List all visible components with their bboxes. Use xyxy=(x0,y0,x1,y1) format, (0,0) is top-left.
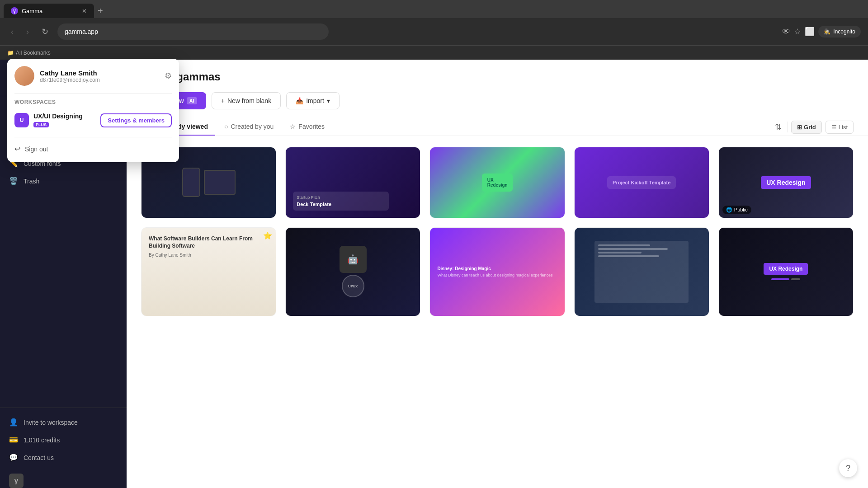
tab-close-button[interactable]: ✕ xyxy=(82,8,87,14)
address-bar[interactable]: gamma.app xyxy=(57,23,329,40)
import-button[interactable]: 📥 Import ▾ xyxy=(286,92,340,109)
public-text: Public xyxy=(734,207,748,212)
settings-gear-button[interactable]: ⚙ xyxy=(165,71,172,81)
star-outline-icon: ☆ xyxy=(290,123,296,130)
star-icon[interactable]: ☆ xyxy=(794,27,801,37)
phone-shape xyxy=(182,168,200,197)
gamma-card-software-redevelop[interactable]: UX Redesign Software Redevelop Created b… xyxy=(429,147,565,218)
globe-icon: 🌐 xyxy=(726,207,732,213)
card-thumbnail: Project Kickoff Template xyxy=(575,147,709,218)
pitch-label: Startup Pitch xyxy=(297,195,385,200)
blank-label: New from blank xyxy=(227,97,271,104)
tab-favorites[interactable]: ☆ Favorites xyxy=(283,118,332,136)
dropdown-workspace-avatar: U xyxy=(14,113,29,127)
nav-right: 👁 ☆ ⬜ 🕵️ Incognito xyxy=(782,26,861,38)
card-info: JobStreet-resume-template-3 Created by y… xyxy=(575,316,709,316)
card-thumbnail: UX Redesign xyxy=(430,147,564,218)
forward-button[interactable]: › xyxy=(23,25,33,38)
back-button[interactable]: ‹ xyxy=(7,25,17,38)
sidebar-item-credits[interactable]: 💳 1,010 credits xyxy=(0,431,127,449)
card-info: Copy of What Software Builders Can Learn… xyxy=(142,316,276,316)
question-mark-icon: ? xyxy=(846,464,850,473)
dropdown-divider-2 xyxy=(14,137,172,137)
incognito-button[interactable]: 🕵️ Incognito xyxy=(818,26,861,38)
resume-line-3 xyxy=(598,252,642,253)
device-mockups xyxy=(182,168,236,197)
sidebar-label-credits: 1,010 credits xyxy=(24,436,60,444)
new-from-blank-button[interactable]: + New from blank xyxy=(212,92,281,109)
tab-created-by-you-label: Created by you xyxy=(231,123,274,130)
url-text: gamma.app xyxy=(65,28,98,35)
devices-icon[interactable]: ⬜ xyxy=(805,27,815,37)
card-info: Copy of UX Redesign Created by you Last … xyxy=(719,316,853,316)
workspaces-label: Workspaces xyxy=(14,99,172,105)
browser-chrome: γ Gamma ✕ + ‹ › ↻ gamma.app 👁 ☆ ⬜ 🕵️ Inc… xyxy=(0,0,868,45)
settings-members-button[interactable]: Settings & members xyxy=(100,113,172,127)
ux-redesign-text: UX Redesign xyxy=(487,178,508,188)
gamma-card-ux-redesign-copy[interactable]: UX Redesign Copy of UX Redesign Created … xyxy=(718,227,854,317)
refresh-button[interactable]: ↻ xyxy=(38,25,52,38)
grid-label: Grid xyxy=(804,124,816,131)
ui-ux-circle: UI/UX xyxy=(342,275,364,297)
active-tab[interactable]: γ Gamma ✕ xyxy=(4,4,94,18)
sidebar-label-contact: Contact us xyxy=(24,454,54,461)
grid-view-button[interactable]: ⊞ Grid xyxy=(791,121,822,134)
view-controls: ⇅ ⊞ Grid ☰ List xyxy=(773,120,854,134)
resume-line-2 xyxy=(598,248,668,250)
what-author: By Cathy Lane Smith xyxy=(149,253,269,258)
gamma-card-jobstreet[interactable]: JobStreet-resume-template-3 Created by y… xyxy=(574,227,709,317)
what-title: What Software Builders Can Learn From Bu… xyxy=(149,235,269,250)
sidebar-item-invite[interactable]: 👤 Invite to workspace xyxy=(0,413,127,431)
main-content: 🗂️ All gammas Create new AI + New from b… xyxy=(127,60,868,488)
resume-line-4 xyxy=(598,255,659,257)
bookmarks-bar: 📁 All Bookmarks xyxy=(0,45,868,60)
import-chevron: ▾ xyxy=(327,97,330,104)
sign-out-label: Sign out xyxy=(25,145,48,153)
gamma-card-startup-pitch[interactable]: Startup Pitch Deck Template Copy of Star… xyxy=(285,147,420,218)
credits-icon: 💳 xyxy=(9,436,18,444)
gamma-card-what-software[interactable]: ⭐ What Software Builders Can Learn From … xyxy=(141,227,276,317)
card-thumbnail: UX Redesign 🌐 Public xyxy=(719,147,853,218)
help-button[interactable]: ? xyxy=(839,459,857,477)
bar-1 xyxy=(771,278,789,280)
user-avatar xyxy=(14,66,34,86)
ux2-mockup: UX Redesign xyxy=(764,263,808,280)
workspace-dropdown: Cathy Lane Smith d871fe09@moodjoy.com ⚙ … xyxy=(7,59,179,162)
gamma-card-ux-redesign[interactable]: UX Redesign 🌐 Public UX Redesign Created… xyxy=(718,147,854,218)
tab-favorites-label: Favorites xyxy=(298,123,325,130)
gamma-card-ux-portfolio[interactable]: 🤖 UI/UX UX Design Portfolio for [Name] C… xyxy=(285,227,420,317)
plus-icon: + xyxy=(221,97,225,104)
dropdown-divider xyxy=(14,93,172,94)
bookmarks-folder-icon: 📁 xyxy=(7,50,14,56)
sidebar-item-trash[interactable]: 🗑️ Trash xyxy=(0,172,127,190)
sidebar-label-trash: Trash xyxy=(24,178,39,185)
import-label: Import xyxy=(306,97,324,104)
sidebar-label-invite: Invite to workspace xyxy=(24,419,78,426)
pitch-card-mockup: Startup Pitch Deck Template xyxy=(293,192,389,211)
action-buttons: Create new AI + New from blank 📥 Import … xyxy=(127,83,868,118)
gamma-logo-icon: γ xyxy=(9,474,24,488)
ux-label: UX Redesign xyxy=(761,176,811,189)
new-tab-button[interactable]: + xyxy=(94,4,107,18)
user-email: d871fe09@moodjoy.com xyxy=(40,77,100,83)
gamma-card-project-kickoff[interactable]: Project Kickoff Template Copy of Project… xyxy=(574,147,709,218)
sign-out-row[interactable]: ↩ Sign out xyxy=(14,143,172,155)
dropdown-workspace-badge: PLUS xyxy=(33,122,49,127)
browser-nav: ‹ › ↻ gamma.app 👁 ☆ ⬜ 🕵️ Incognito xyxy=(0,18,868,45)
ux2-label: UX Redesign xyxy=(764,263,808,275)
invite-icon: 👤 xyxy=(9,418,18,427)
sidebar-item-contact[interactable]: 💬 Contact us xyxy=(0,449,127,466)
gamma-card-disney[interactable]: Disney: Designing Magic What Disney can … xyxy=(429,227,565,317)
import-icon: 📥 xyxy=(296,97,303,104)
tablet-shape xyxy=(204,170,236,195)
card-info: Copy of Startup Pitch Deck Template Crea… xyxy=(286,218,420,218)
tab-created-by-you[interactable]: ○ Created by you xyxy=(217,118,281,136)
bar-2 xyxy=(791,278,800,280)
card-info: Software Redevelop Created by you Last v… xyxy=(430,218,564,218)
tab-favicon: γ xyxy=(11,7,18,14)
card-thumbnail: 🤖 UI/UX xyxy=(286,228,420,316)
page-header: 🗂️ All gammas xyxy=(127,60,868,83)
card-thumbnail: UX Redesign xyxy=(719,228,853,316)
list-view-button[interactable]: ☰ List xyxy=(826,121,854,134)
sort-button[interactable]: ⇅ xyxy=(773,120,783,134)
